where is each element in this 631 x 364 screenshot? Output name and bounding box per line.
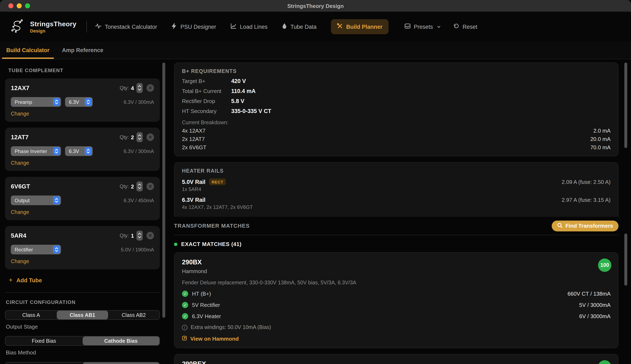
chevron-down-icon: [437, 24, 441, 30]
select-chevrons-icon: [53, 98, 60, 106]
minimize-window-button[interactable]: [17, 3, 22, 8]
breakdown-row: 4x 12AX72.0 mA: [182, 128, 610, 134]
find-transformers-button[interactable]: Find Transformers: [552, 220, 618, 231]
exact-matches-label: EXACT MATCHES (41): [181, 241, 242, 247]
segment-tube-rectified[interactable]: Tube Rectified: [82, 362, 159, 364]
qty-value: 1: [131, 232, 134, 239]
flame-icon: [282, 23, 287, 30]
zoom-window-button[interactable]: [25, 3, 30, 8]
brand-subtitle: Design: [30, 28, 76, 33]
select-chevrons-icon: [85, 147, 92, 155]
tube-role-select[interactable]: Output: [11, 196, 61, 205]
quantity-stepper[interactable]: [136, 181, 143, 192]
plus-icon: +: [9, 276, 13, 284]
change-tube-link[interactable]: Change: [11, 160, 154, 166]
tube-voltage-select[interactable]: 6.3V: [65, 146, 93, 156]
transformer-list-scrollbar[interactable]: [624, 234, 627, 286]
tube-name: 5AR4: [11, 232, 26, 239]
transformer-matches-title: TRANSFORMER MATCHES: [174, 223, 250, 229]
view-on-hammond-link[interactable]: View on Hammond: [182, 336, 610, 342]
bolt-icon: [171, 23, 177, 30]
kv-label: Rectifier Drop: [182, 98, 231, 104]
kv-value: 335-0-335 V CT: [231, 108, 271, 114]
nav-item-tonestack-calculator[interactable]: Tonestack Calculator: [95, 23, 157, 30]
circuit-config-title: CIRCUIT CONFIGURATION: [6, 299, 165, 305]
tube-role-select[interactable]: Rectifier: [11, 245, 61, 254]
tab-build-calculator[interactable]: Build Calculator: [2, 42, 54, 59]
tube-card-6v6gt: 6V6GT Qty: 2 × Output: [5, 177, 160, 220]
tube-role-select[interactable]: Phase Inverter: [11, 146, 61, 156]
quantity-stepper[interactable]: [136, 83, 143, 93]
segment-class-ab2[interactable]: Class AB2: [108, 311, 159, 320]
kv-label: Total B+ Current: [182, 88, 231, 94]
transformer-card-290bex[interactable]: 290BEX 100 Hammond Fender Deluxe replace…: [174, 354, 618, 364]
quantity-stepper[interactable]: [136, 132, 143, 142]
external-link-icon: [182, 336, 187, 342]
tube-name: 12AT7: [11, 134, 29, 140]
close-window-button[interactable]: [8, 3, 13, 8]
kv-value: 5.8 V: [231, 98, 244, 104]
transformer-model: 290BEX: [182, 360, 610, 364]
main-scrollbar[interactable]: [624, 62, 627, 148]
tube-voltage-select[interactable]: 6.3V: [65, 97, 93, 107]
kv-label: Target B+: [182, 78, 231, 84]
heater-rails-title: HEATER RAILS: [182, 168, 610, 174]
rail-row: 5.0V Rail RECT 2.09 A (fuse: 2.50 A): [182, 178, 610, 185]
nav-item-build-planner[interactable]: Build Planner: [331, 19, 388, 34]
main-panel: B+ REQUIREMENTS Target B+420 V Total B+ …: [165, 59, 631, 364]
reset-icon: [453, 23, 459, 30]
nav-item-psu-designer[interactable]: PSU Designer: [171, 23, 216, 30]
nav-item-tube-data[interactable]: Tube Data: [282, 23, 317, 30]
transformer-card-290bx[interactable]: 290BX 100 Hammond Fender Deluxe replacem…: [174, 252, 618, 348]
spec-check-row: ✓ 6.3V Heater 6V / 3000mA: [182, 313, 610, 320]
heater-spec: 6.3V / 300mA: [124, 148, 154, 154]
add-tube-button[interactable]: + Add Tube: [9, 276, 165, 284]
change-tube-link[interactable]: Change: [11, 258, 154, 264]
bplus-title: B+ REQUIREMENTS: [182, 68, 610, 74]
output-stage-label: Output Stage: [6, 324, 165, 330]
nav-item-load-lines[interactable]: Load Lines: [230, 23, 267, 30]
sidebar-scrollbar[interactable]: [162, 62, 165, 318]
sidebar-divider: [5, 292, 159, 293]
exact-matches-row: EXACT MATCHES (41): [174, 241, 618, 247]
segment-solid-state[interactable]: Solid State: [6, 362, 82, 364]
remove-tube-button[interactable]: ×: [146, 183, 154, 190]
qty-label: Qty:: [120, 134, 129, 140]
remove-tube-button[interactable]: ×: [146, 134, 154, 141]
app-window: StringsTheory Design StringsTheory Desig…: [0, 0, 631, 364]
remove-tube-button[interactable]: ×: [146, 84, 154, 92]
bias-segmented-control: Fixed Bias Cathode Bias: [5, 336, 160, 346]
tube-card-5ar4: 5AR4 Qty: 1 × Rectifier: [5, 226, 160, 269]
tube-complement-title: TUBE COMPLEMENT: [8, 68, 165, 74]
segment-fixed-bias[interactable]: Fixed Bias: [6, 336, 82, 345]
navbar: StringsTheory Design Tonestack Calculato…: [0, 12, 631, 42]
heater-spec: 6.3V / 300mA: [124, 99, 154, 105]
match-score-badge: 100: [598, 258, 611, 272]
brand-name: StringsTheory: [30, 20, 76, 28]
change-tube-link[interactable]: Change: [11, 111, 154, 117]
rail-desc: 4x 12AX7, 2x 12AT7, 2x 6V6GT: [182, 204, 610, 210]
tube-role-select[interactable]: Preamp: [11, 97, 61, 107]
check-icon: ✓: [182, 290, 188, 297]
segment-cathode-bias[interactable]: Cathode Bias: [82, 336, 159, 345]
change-tube-link[interactable]: Change: [11, 209, 154, 215]
quantity-stepper[interactable]: [136, 230, 143, 240]
tube-name: 12AX7: [11, 85, 30, 91]
transformer-desc: Fender Deluxe replacement, 330-0-330V 13…: [182, 280, 610, 286]
segment-class-a[interactable]: Class A: [6, 311, 57, 320]
qty-label: Qty:: [120, 85, 129, 91]
tab-amp-reference[interactable]: Amp Reference: [58, 42, 108, 59]
remove-tube-button[interactable]: ×: [146, 232, 154, 239]
nav-divider: [86, 21, 87, 32]
breakdown-row: 2x 12AT720.0 mA: [182, 136, 610, 142]
select-chevrons-icon: [53, 147, 60, 155]
qty-value: 4: [131, 85, 134, 91]
heater-rails-panel: HEATER RAILS 5.0V Rail RECT 2.09 A (fuse…: [174, 162, 618, 217]
transformer-brand: Hammond: [182, 268, 610, 274]
reset-button[interactable]: Reset: [453, 23, 477, 30]
select-chevrons-icon: [85, 98, 92, 106]
breakdown-title: Current Breakdown:: [182, 120, 610, 126]
presets-menu-button[interactable]: Presets: [404, 23, 441, 30]
segment-class-ab1[interactable]: Class AB1: [57, 311, 108, 320]
class-segmented-control: Class A Class AB1 Class AB2: [5, 310, 160, 320]
